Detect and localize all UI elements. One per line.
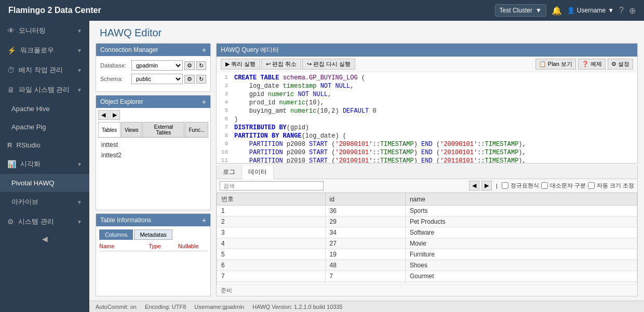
help-icon[interactable]: ? [619,6,624,15]
table-cell: 7 [325,271,405,282]
code-line: 8 PARTITION BY RANGE(log_date) ( [217,132,637,141]
username-status: Username:gpadmin [194,304,244,310]
table-cell: 48 [325,260,405,271]
tab-log[interactable]: 로그 [217,166,242,179]
auto-resize-checkbox[interactable] [588,182,595,189]
object-explorer-title: Object Explorer [100,98,143,105]
code-line: 5 buying_amt numeric(10,2) DEFAULT 0 [217,107,637,116]
table-info-body: Columns Metadatas Name Type Nullable [96,226,210,256]
sidebar-item-monitoring[interactable]: 👁 모니터링 ▼ [0,21,89,40]
case-checkbox[interactable] [541,182,548,189]
table-cell: Movie [405,238,637,249]
tab-columns[interactable]: Columns [99,229,133,240]
code-line: 7 DISTRIBUTED BY(gpid) [217,124,637,132]
obj-forward-btn[interactable]: ▶ [110,110,120,120]
settings-icon[interactable]: ⊕ [629,6,636,16]
tab-tables[interactable]: Tables [98,122,120,137]
schema-settings-btn[interactable]: ⚙ [184,75,195,84]
list-item[interactable]: inttest [98,140,208,150]
question-icon: ❓ [582,61,589,67]
database-settings-btn[interactable]: ⚙ [184,61,195,70]
next-page-button[interactable]: ▶ [481,181,492,191]
sidebar-collapse-btn[interactable]: ◀ [0,232,89,246]
col-header-name: Name [99,243,138,249]
app-body: 👁 모니터링 ▼ ⚡ 워크플로우 ▼ ⏱ 배치 작업 관리 ▼ 🖥 파일 시스템… [0,21,644,312]
app-title: Flamingo 2 Data Center [8,6,101,15]
col-header-name: name [405,193,637,206]
schema-refresh-btn[interactable]: ↻ [196,75,206,84]
system-icon: ⚙ [7,218,14,226]
redo-button[interactable]: ↪ 편집 다시 실행 [302,59,355,70]
sidebar-item-pig[interactable]: Apache Pig [0,118,89,136]
encoding-status: Encoding: UTF8 [145,304,186,310]
sidebar-item-hawq[interactable]: Pivotal HAWQ [0,174,89,192]
undo-button[interactable]: ↩ 편집 취소 [261,59,301,70]
chevron-down-icon: ▼ [77,28,82,34]
code-editor[interactable]: 1 CREATE TABLE schema.GP_BUYING_LOG ( 2 … [217,72,637,163]
column-headers: Name Type Nullable [99,243,207,251]
username-button[interactable]: 👤 Username ▼ [567,7,614,14]
obj-back-btn[interactable]: ◀ [98,110,109,120]
list-item[interactable]: inttest2 [98,150,208,160]
sidebar-item-archive[interactable]: 아카이브 ▼ [0,192,89,212]
database-row: Database: gpadmin ⚙ ↻ [100,60,206,71]
sidebar-label-filesystem: 파일 시스템 관리 [19,85,70,94]
database-select[interactable]: gpadmin [131,60,183,71]
result-tabs: 로그 데이터 [217,166,637,179]
table-cell: 27 [325,238,405,249]
plan-button[interactable]: 📋 Plan 보기 [535,59,576,70]
sidebar-item-batch[interactable]: ⏱ 배치 작업 관리 ▼ [0,60,89,80]
run-query-button[interactable]: ▶ 쿼리 실행 [221,59,260,70]
tab-func[interactable]: Func... [185,122,208,137]
table-row: 519Furniture [217,249,637,260]
redo-icon: ↪ [307,61,312,67]
table-info-expand-icon[interactable]: + [202,216,206,224]
page-header: HAWQ Editor [89,21,644,43]
table-cell: 2 [217,216,326,227]
table-cell: Furniture [405,249,637,260]
sidebar: 👁 모니터링 ▼ ⚡ 워크플로우 ▼ ⏱ 배치 작업 관리 ▼ 🖥 파일 시스템… [0,21,89,312]
query-toolbar: ▶ 쿼리 실행 ↩ 편집 취소 ↪ 편집 다시 실행 [217,57,637,72]
visualization-icon: 📊 [7,160,16,168]
result-table: 번호 id name 136Sports229Pet Products334So… [217,193,637,284]
connection-expand-icon[interactable]: + [202,46,206,54]
page-title: HAWQ Editor [100,27,634,39]
case-label: 대소문자 구분 [550,182,586,189]
connection-manager-title: Connection Manager [100,46,158,53]
code-line: 3 gpid numeric NOT NULL, [217,91,637,99]
database-label: Database: [100,62,131,69]
sidebar-label-archive: 아카이브 [11,197,38,207]
sidebar-label-pig: Apache Pig [11,123,46,131]
database-refresh-btn[interactable]: ↻ [196,61,206,70]
sidebar-item-visualization[interactable]: 📊 시각화 ▼ [0,154,89,174]
col-header-nullable: Nullable [178,243,207,249]
regex-checkbox[interactable] [502,182,508,189]
table-cell: 29 [325,216,405,227]
object-explorer-panel: Object Explorer + ◀ ▶ Tables Views Exter… [96,95,211,210]
sidebar-label-visualization: 시각화 [20,159,41,169]
connection-manager-header: Connection Manager + [96,44,210,56]
notification-icon[interactable]: 🔔 [552,6,562,16]
cluster-selector[interactable]: Test Cluster ▼ [495,4,546,17]
table-cell: 3 [217,227,326,238]
sidebar-label-monitoring: 모니터링 [19,26,46,35]
settings-button[interactable]: ⚙ 설정 [608,59,633,70]
tab-data[interactable]: 데이터 [242,166,274,179]
tab-metadatas[interactable]: Metadatas [134,229,172,240]
object-explorer-body: ◀ ▶ Tables Views External Tables Func...… [96,108,210,210]
sidebar-item-filesystem[interactable]: 🖥 파일 시스템 관리 ▼ [0,80,89,100]
search-input[interactable] [220,181,324,191]
example-button[interactable]: ❓ 예제 [578,59,606,70]
schema-select[interactable]: public [131,74,183,84]
sidebar-label-hawq: Pivotal HAWQ [11,179,55,187]
sidebar-item-hive[interactable]: Apache Hive [0,100,89,118]
tab-views[interactable]: Views [121,122,142,137]
sidebar-item-system[interactable]: ⚙ 시스템 관리 ▼ [0,212,89,232]
tab-external-tables[interactable]: External Tables [142,122,184,137]
sidebar-label-system: 시스템 관리 [18,217,54,226]
sidebar-item-rstudio[interactable]: R RStudio [0,136,89,154]
object-expand-icon[interactable]: + [202,98,206,106]
auto-resize-label: 자동 크기 조정 [597,182,634,189]
sidebar-item-workflow[interactable]: ⚡ 워크플로우 ▼ [0,40,89,60]
prev-page-button[interactable]: ◀ [469,181,479,191]
